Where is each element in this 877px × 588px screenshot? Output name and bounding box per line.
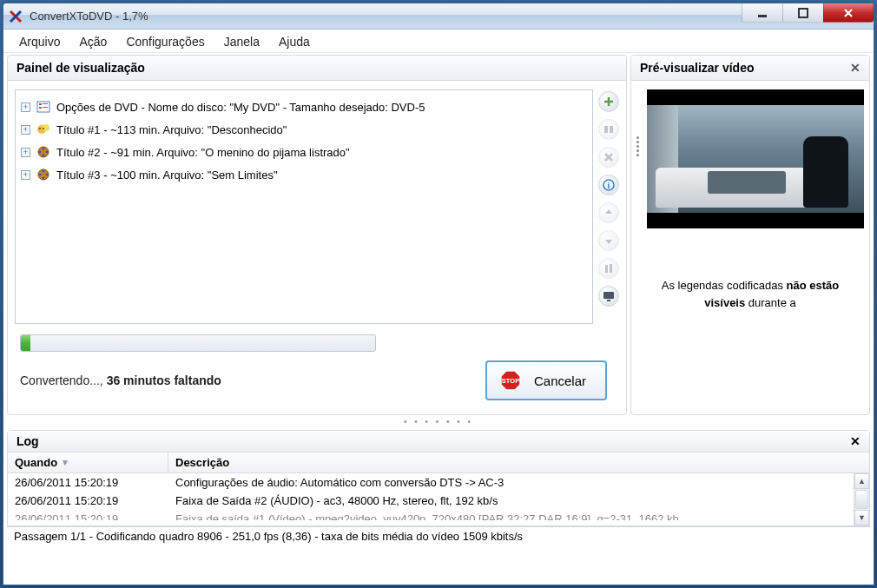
maximize-button[interactable]	[782, 3, 824, 23]
sort-desc-icon: ▼	[61, 458, 69, 467]
add-button[interactable]	[598, 91, 619, 112]
svg-rect-22	[610, 126, 613, 133]
tree-label: Título #1 - ~113 min. Arquivo: "Desconhe…	[56, 123, 287, 136]
app-icon	[9, 10, 24, 23]
menu-ajuda[interactable]: Ajuda	[279, 35, 310, 49]
window-title: ConvertXToDVD - 1,7%	[30, 10, 742, 23]
svg-rect-25	[605, 265, 608, 273]
log-header: Log ✕	[8, 431, 869, 453]
side-toolbar: i	[598, 89, 619, 324]
merge-button[interactable]	[598, 119, 619, 140]
scroll-down-icon[interactable]: ▼	[854, 510, 869, 525]
cancel-label: Cancelar	[534, 373, 586, 388]
svg-point-9	[39, 128, 41, 129]
svg-point-17	[43, 170, 45, 173]
svg-rect-28	[607, 300, 610, 301]
log-row[interactable]: 26/06/2011 15:20:19 Faixa de Saída #2 (Á…	[8, 492, 854, 510]
expand-icon[interactable]: +	[21, 102, 30, 112]
log-columns: Quando ▼ Descrição	[8, 453, 869, 473]
menu-arquivo[interactable]: Arquivo	[19, 35, 60, 49]
menu-acao[interactable]: Ação	[79, 35, 107, 49]
svg-text:STOP: STOP	[502, 377, 519, 385]
log-row[interactable]: 26/06/2011 15:20:19 Faixa de saída #1 (V…	[8, 510, 854, 520]
cancel-button[interactable]: STOP Cancelar	[485, 360, 607, 400]
preview-close-icon[interactable]: ✕	[850, 61, 861, 75]
window-buttons	[742, 3, 874, 29]
preview-panel: Pré-visualizar vídeo ✕	[630, 55, 870, 415]
splitter-handle-icon[interactable]: • • • • • • •	[7, 417, 870, 426]
svg-point-18	[46, 174, 49, 176]
log-scrollbar[interactable]: ▲ ▼	[854, 473, 869, 525]
svg-point-8	[43, 124, 49, 131]
svg-rect-4	[43, 103, 48, 104]
tree-row-title2[interactable]: + Título #2 - ~91 min. Arquivo: "O menin…	[19, 141, 589, 163]
film-reel-icon	[36, 144, 51, 160]
info-button[interactable]: i	[598, 175, 619, 195]
menubar: Arquivo Ação Configurações Janela Ajuda	[3, 30, 874, 53]
log-close-icon[interactable]: ✕	[850, 434, 861, 448]
svg-point-20	[39, 174, 42, 176]
svg-rect-6	[43, 107, 48, 108]
scroll-up-icon[interactable]: ▲	[854, 473, 869, 489]
expand-icon[interactable]: +	[21, 125, 30, 135]
svg-point-12	[43, 148, 45, 150]
preview-toggle-button[interactable]	[598, 286, 619, 307]
svg-rect-3	[39, 103, 42, 105]
log-row[interactable]: 26/06/2011 15:20:19 Configurações de áud…	[8, 473, 854, 492]
settings-button[interactable]	[598, 258, 619, 279]
preview-caption: As legendas codificadas não estão visíve…	[636, 277, 864, 311]
log-column-when[interactable]: Quando ▼	[8, 453, 168, 472]
tree-label: Título #2 - ~91 min. Arquivo: "O menino …	[56, 146, 350, 159]
video-preview[interactable]	[647, 89, 864, 228]
tree-row-title3[interactable]: + Título #3 - ~100 min. Arquivo: "Sem Li…	[19, 163, 589, 186]
minimize-button[interactable]	[742, 3, 783, 23]
expand-icon[interactable]: +	[21, 148, 30, 157]
close-button[interactable]	[823, 3, 874, 23]
svg-point-13	[46, 151, 49, 154]
treeview[interactable]: + Opções de DVD - Nome do disco: "My DVD…	[15, 89, 593, 324]
client-area: Painel de visualização + Opções de DVD -…	[3, 53, 874, 585]
statusbar: Passagem 1/1 - Codificando quadro 8906 -…	[7, 526, 870, 545]
progress-fill	[21, 335, 30, 351]
svg-rect-21	[604, 126, 608, 133]
drag-handle-icon[interactable]	[636, 136, 643, 156]
preview-header: Pré-visualizar vídeo ✕	[631, 56, 869, 81]
svg-rect-0	[758, 15, 767, 17]
log-title: Log	[16, 434, 39, 448]
tree-label: Título #3 - ~100 min. Arquivo: "Sem Limi…	[56, 168, 278, 182]
log-panel: Log ✕ Quando ▼ Descrição 26/06/2011 15:2…	[7, 430, 870, 526]
remove-button[interactable]	[598, 147, 619, 168]
svg-point-10	[43, 128, 44, 129]
log-column-desc[interactable]: Descrição	[168, 453, 869, 472]
tree-row-dvd-options[interactable]: + Opções de DVD - Nome do disco: "My DVD…	[19, 96, 589, 118]
progress-bar	[20, 334, 376, 352]
progress-block: Convertendo..., 36 minutos faltando STOP…	[8, 331, 626, 414]
menu-janela[interactable]: Janela	[224, 35, 260, 49]
svg-rect-27	[603, 292, 614, 299]
visualization-panel-header: Painel de visualização	[8, 56, 626, 81]
app-window: ConvertXToDVD - 1,7% Arquivo Ação Config…	[3, 3, 874, 585]
preview-title: Pré-visualizar vídeo	[640, 61, 755, 75]
move-down-button[interactable]	[598, 230, 619, 251]
statusbar-text: Passagem 1/1 - Codificando quadro 8906 -…	[14, 530, 523, 543]
menu-configuracoes[interactable]: Configurações	[126, 35, 204, 49]
svg-rect-1	[799, 9, 808, 17]
stop-icon: STOP	[499, 369, 522, 392]
log-body[interactable]: 26/06/2011 15:20:19 Configurações de áud…	[8, 473, 854, 525]
smiley-icon	[36, 122, 51, 137]
svg-point-19	[43, 177, 45, 180]
svg-point-15	[39, 151, 42, 154]
tree-label: Opções de DVD - Nome do disco: "My DVD" …	[56, 101, 425, 114]
tree-row-title1[interactable]: + Título #1 - ~113 min. Arquivo: "Descon…	[19, 118, 589, 141]
expand-icon[interactable]: +	[21, 170, 30, 180]
titlebar: ConvertXToDVD - 1,7%	[3, 3, 874, 30]
visualization-panel: Painel de visualização + Opções de DVD -…	[7, 55, 627, 415]
scroll-thumb[interactable]	[855, 490, 868, 509]
film-reel-icon	[36, 167, 51, 182]
list-icon	[36, 99, 51, 115]
svg-text:i: i	[608, 181, 610, 190]
move-up-button[interactable]	[598, 202, 619, 223]
svg-rect-5	[39, 107, 42, 109]
status-text: Convertendo..., 36 minutos faltando	[20, 373, 221, 387]
svg-rect-26	[610, 264, 612, 273]
